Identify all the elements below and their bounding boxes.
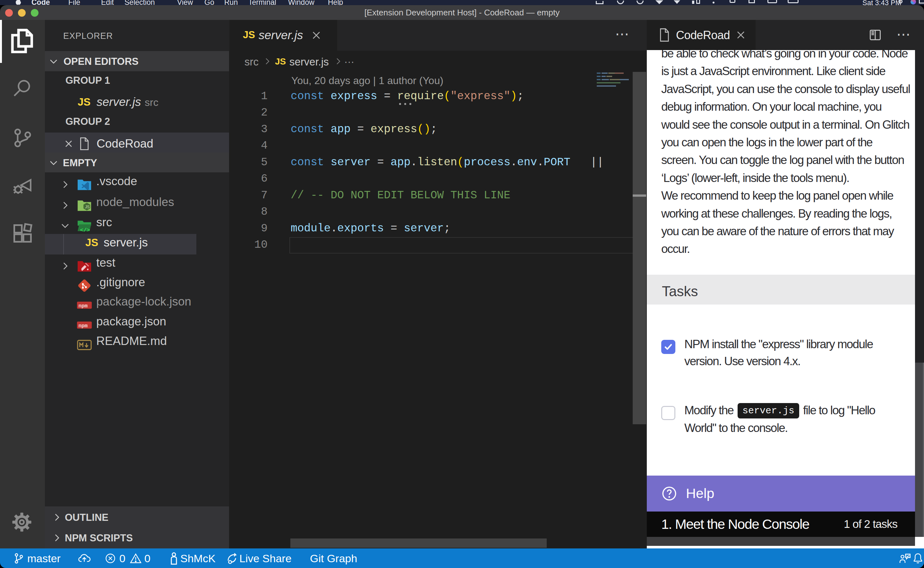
svg-text:npm: npm — [78, 303, 87, 309]
svg-text:</>: </> — [80, 227, 90, 232]
svg-text:npm: npm — [78, 323, 87, 329]
svg-text:JS: JS — [85, 205, 89, 209]
